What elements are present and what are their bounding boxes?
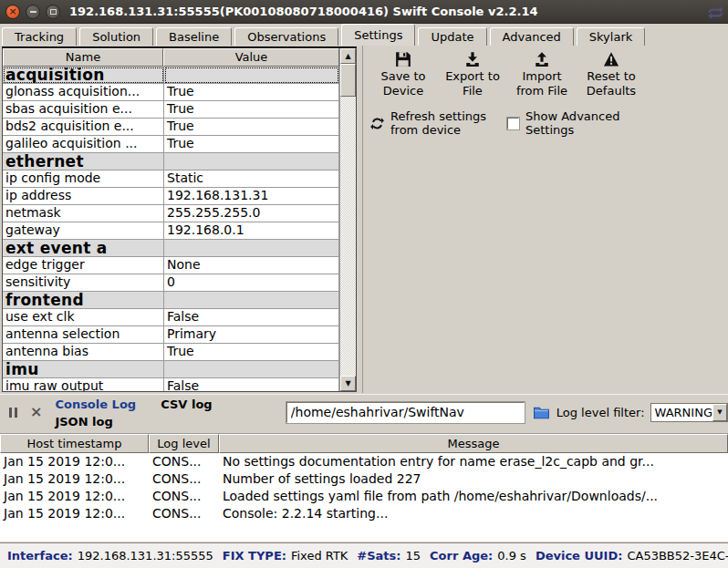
main-tab[interactable]: Skylark	[577, 27, 645, 46]
settings-row[interactable]: sensitivity 0	[3, 274, 339, 292]
setting-name: sensitivity	[3, 274, 164, 292]
log-timestamp: Jan 15 2019 12:0...	[0, 505, 149, 522]
show-advanced-label: Show Advanced Settings	[525, 109, 621, 137]
settings-row[interactable]: galileo acquisition ... True	[3, 136, 339, 153]
status-label: Device UUID:	[536, 549, 623, 563]
console-log-tab[interactable]: Console Log	[55, 398, 136, 411]
scrollbar-thumb[interactable]	[340, 64, 356, 97]
setting-name: acquisition	[3, 67, 164, 84]
main-tab[interactable]: Solution	[79, 27, 153, 46]
scroll-up-button[interactable]: ▲	[340, 48, 356, 64]
console-log-tab[interactable]: CSV log	[161, 398, 212, 411]
column-header-value[interactable]: Value	[163, 48, 339, 67]
status-value: 192.168.131.31:55555	[78, 549, 213, 563]
reset-to-defaults-label: Reset to Defaults	[577, 69, 646, 98]
maximize-window-button[interactable]	[46, 5, 60, 19]
window-title: 192.168.131.31:55555(PK00108080718000416…	[69, 5, 537, 18]
settings-row[interactable]: ext event a	[3, 240, 339, 257]
settings-scrollbar[interactable]: ▲ ▼	[339, 48, 356, 391]
settings-row[interactable]: antenna bias True	[3, 344, 339, 361]
column-header-name[interactable]: Name	[3, 48, 163, 67]
settings-row[interactable]: ethernet	[3, 153, 339, 170]
settings-row[interactable]: imu	[3, 361, 339, 378]
setting-value	[164, 67, 339, 84]
save-to-device-button[interactable]: Save to Device	[369, 51, 438, 98]
reset-to-defaults-button[interactable]: Reset to Defaults	[577, 51, 646, 98]
settings-row[interactable]: frontend	[3, 292, 339, 309]
log-row[interactable]: Jan 15 2019 12:0... CONS... Loaded setti…	[0, 488, 728, 505]
settings-row[interactable]: acquisition	[3, 67, 339, 84]
refresh-settings-button[interactable]: Refresh settings from device	[369, 109, 505, 137]
column-header-log-level[interactable]: Log level	[149, 434, 219, 453]
main-tab[interactable]: Settings	[341, 24, 415, 46]
save-to-device-label: Save to Device	[369, 69, 438, 98]
log-row[interactable]: Jan 15 2019 12:0... CONS... Console: 2.2…	[0, 505, 728, 522]
main-tab-label: Settings	[354, 28, 402, 42]
column-header-message[interactable]: Message	[219, 434, 728, 453]
settings-row[interactable]: use ext clk False	[3, 309, 339, 326]
main-tab[interactable]: Baseline	[156, 27, 232, 46]
clear-log-button[interactable]: ×	[30, 406, 42, 418]
setting-name: ip config mode	[3, 170, 164, 188]
settings-row[interactable]: antenna selection Primary	[3, 326, 339, 344]
settings-row[interactable]: sbas acquisition e... True	[3, 101, 339, 119]
setting-name: galileo acquisition ...	[3, 136, 164, 153]
close-window-button[interactable]: ×	[5, 5, 20, 19]
export-to-file-button[interactable]: Export to File	[438, 51, 507, 98]
setting-name: antenna bias	[3, 344, 164, 361]
log-row[interactable]: Jan 15 2019 12:0... CONS... Number of se…	[0, 470, 728, 488]
refresh-settings-label: Refresh settings from device	[390, 109, 493, 137]
setting-value: True	[164, 119, 339, 136]
setting-value: True	[164, 344, 339, 361]
log-level: CONS...	[149, 470, 219, 488]
settings-buttons-row: Save to Device Export to File Import fro…	[363, 46, 728, 98]
console-log-tab[interactable]: JSON log	[55, 415, 112, 429]
log-row[interactable]: Jan 15 2019 12:0... CONS... No settings …	[0, 453, 728, 470]
folder-icon[interactable]	[534, 406, 549, 419]
import-from-file-button[interactable]: Import from File	[507, 51, 577, 98]
settings-row[interactable]: imu raw output False	[3, 378, 339, 391]
setting-name: use ext clk	[3, 309, 164, 326]
setting-name: ip address	[3, 188, 164, 205]
pause-log-button[interactable]	[9, 408, 17, 418]
settings-row[interactable]: bds2 acquisition e... True	[3, 119, 339, 136]
setting-value: Primary	[164, 326, 339, 344]
log-level: CONS...	[149, 453, 219, 470]
chevron-down-icon[interactable]: ▼	[712, 404, 727, 421]
show-advanced-checkbox[interactable]	[507, 118, 519, 129]
main-tab[interactable]: Advanced	[490, 27, 574, 46]
column-header-host-timestamp[interactable]: Host timestamp	[0, 434, 149, 453]
main-tab-label: Advanced	[503, 30, 561, 44]
settings-tab-content: Name Value acquisition glonass acquisiti…	[0, 46, 728, 394]
log-level-filter-label: Log level filter:	[556, 406, 645, 419]
setting-name: antenna selection	[3, 326, 164, 344]
sync-icon[interactable]	[708, 5, 723, 20]
setting-value: False	[164, 309, 339, 326]
setting-value: 0	[164, 274, 339, 292]
settings-row[interactable]: netmask 255.255.255.0	[3, 205, 339, 222]
settings-table: Name Value acquisition glonass acquisiti…	[2, 46, 357, 392]
main-tab[interactable]: Observations	[234, 27, 338, 46]
settings-row[interactable]: gateway 192.168.0.1	[3, 222, 339, 240]
log-level-dropdown[interactable]: WARNING ▼	[650, 403, 728, 422]
status-label: Corr Age:	[430, 549, 493, 563]
setting-value: 192.168.0.1	[164, 222, 339, 240]
export-download-icon	[464, 51, 481, 67]
scroll-down-button[interactable]: ▼	[340, 376, 356, 391]
settings-options-row: Refresh settings from device Show Advanc…	[363, 98, 728, 137]
console-table-header: Host timestamp Log level Message	[0, 434, 728, 453]
main-tab[interactable]: Update	[418, 27, 486, 46]
main-tab[interactable]: Tracking	[2, 27, 77, 46]
minimize-window-button[interactable]	[26, 5, 40, 19]
settings-row[interactable]: ip address 192.168.131.31	[3, 188, 339, 205]
settings-table-header: Name Value	[3, 48, 356, 67]
status-item: Corr Age:0.9 s	[430, 549, 526, 563]
settings-row[interactable]: glonass acquisition... True	[3, 84, 339, 101]
scrollbar-track[interactable]	[340, 97, 356, 376]
log-path-input[interactable]	[286, 402, 525, 423]
console-log-table: Host timestamp Log level Message Jan 15 …	[0, 433, 728, 542]
log-message: Console: 2.2.14 starting...	[219, 505, 728, 522]
setting-value: True	[164, 136, 339, 153]
settings-row[interactable]: edge trigger None	[3, 257, 339, 274]
settings-row[interactable]: ip config mode Static	[3, 170, 339, 188]
